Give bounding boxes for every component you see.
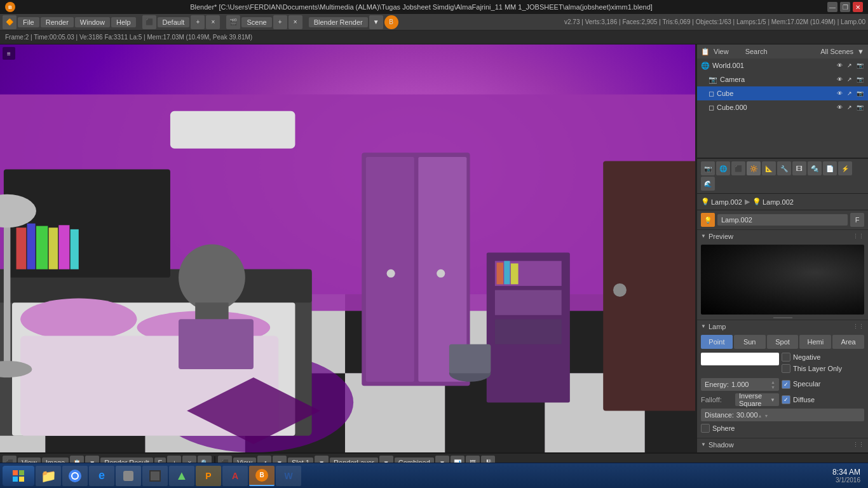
- prop-icon-modifiers[interactable]: 🔧: [777, 161, 791, 175]
- prop-icon-material[interactable]: 🔩: [808, 161, 822, 175]
- viewport-scene: [0, 44, 695, 452]
- taskbar-app5[interactable]: [142, 466, 168, 486]
- taskbar-ie[interactable]: e: [89, 466, 114, 486]
- taskbar-triangle-app[interactable]: ▲: [169, 466, 194, 486]
- prop-icon-particles[interactable]: ⚡: [838, 161, 852, 175]
- start-button[interactable]: [3, 466, 34, 486]
- outliner-all-scenes: All Scenes: [820, 48, 853, 55]
- workspace-add[interactable]: +: [191, 15, 205, 29]
- svg-rect-54: [449, 344, 491, 374]
- distance-down-arrow[interactable]: ▼: [764, 414, 769, 418]
- camera-render-icon[interactable]: 📷: [855, 75, 864, 84]
- taskbar-git[interactable]: [116, 466, 141, 486]
- lamp-type-hemi[interactable]: Hemi: [799, 335, 831, 349]
- name-field-f[interactable]: F: [850, 213, 864, 227]
- lamp-section-header[interactable]: ▼ Lamp ⋮⋮: [697, 320, 868, 332]
- engine-arrow[interactable]: ▼: [369, 15, 383, 29]
- viewport-menu-icon[interactable]: ≡: [3, 47, 15, 60]
- menu-file[interactable]: File: [18, 17, 39, 27]
- outliner-scenes-arrow[interactable]: ▼: [857, 48, 864, 55]
- svg-rect-60: [19, 477, 24, 482]
- object-name-field[interactable]: [717, 214, 848, 226]
- preview-section-header[interactable]: ▼ Preview ⋮⋮: [697, 229, 868, 242]
- svg-rect-40: [366, 157, 414, 382]
- scene-close[interactable]: ×: [288, 15, 302, 29]
- prop-icon-texture[interactable]: 📄: [823, 161, 837, 175]
- viewport-controls: ≡: [3, 47, 15, 60]
- cube-visible-icon[interactable]: 👁: [835, 89, 844, 98]
- svg-rect-58: [19, 470, 24, 475]
- outliner-item-cube000[interactable]: ◻ Cube.000 👁 ↗ 📷: [697, 100, 868, 114]
- prop-icon-scene[interactable]: 🌐: [716, 161, 730, 175]
- cube000-render-icon[interactable]: 📷: [855, 103, 864, 112]
- prop-icon-constraints[interactable]: 📐: [762, 161, 776, 175]
- prop-icon-data[interactable]: 🎞: [792, 161, 806, 175]
- breadcrumb-lamp-2: Lamp.002: [763, 198, 794, 206]
- energy-field[interactable]: Energy: 1.000 ▲ ▼: [701, 378, 779, 391]
- menu-help[interactable]: Help: [111, 17, 136, 27]
- camera-select-icon[interactable]: ↗: [845, 75, 854, 84]
- taskbar-pdf[interactable]: A: [222, 466, 248, 486]
- outliner-item-camera[interactable]: 📷 Camera 👁 ↗ 📷: [697, 72, 868, 86]
- svg-rect-28: [27, 224, 36, 269]
- breadcrumb-item-1: 💡 Lamp.002: [701, 198, 742, 206]
- scene-add[interactable]: +: [273, 15, 287, 29]
- world-select-icon[interactable]: ↗: [845, 61, 854, 70]
- taskbar-powerpoint[interactable]: P: [196, 466, 221, 486]
- engine-selector-wrap[interactable]: Blender Render: [309, 17, 368, 27]
- engine-selector[interactable]: Blender Render: [309, 17, 368, 27]
- world-visible-icon[interactable]: 👁: [835, 61, 844, 70]
- viewport[interactable]: ≡: [0, 44, 696, 452]
- taskbar-chrome[interactable]: [62, 466, 88, 486]
- outliner-item-world[interactable]: 🌐 World.001 👁 ↗ 📷: [697, 58, 868, 72]
- shadow-section-header[interactable]: ▼ Shadow ⋮⋮: [697, 438, 868, 451]
- negative-checkbox[interactable]: [782, 353, 790, 362]
- cube-render-icon[interactable]: 📷: [855, 89, 864, 98]
- svg-rect-30: [49, 227, 58, 269]
- workspace-close[interactable]: ×: [206, 15, 220, 29]
- prop-icon-physics[interactable]: 🌊: [701, 177, 715, 191]
- specular-check-icon: ✓: [783, 381, 789, 388]
- close-button[interactable]: ✕: [853, 2, 863, 12]
- prop-icon-object[interactable]: 🔆: [747, 161, 761, 175]
- minimize-button[interactable]: —: [827, 2, 837, 12]
- lamp-type-spot[interactable]: Spot: [767, 335, 799, 349]
- world-render-icon[interactable]: 📷: [855, 61, 864, 70]
- prop-icon-world[interactable]: ⬛: [731, 161, 745, 175]
- menu-render[interactable]: Render: [41, 17, 74, 27]
- lamp-type-sun[interactable]: Sun: [734, 335, 766, 349]
- workspace-selector[interactable]: Default: [158, 17, 190, 27]
- energy-down-arrow[interactable]: ▼: [771, 385, 775, 390]
- distance-field[interactable]: Distance: 30.000 ▲ ▼: [701, 409, 864, 421]
- maximize-button[interactable]: ❐: [840, 2, 850, 12]
- energy-up-arrow[interactable]: ▲: [771, 380, 775, 384]
- lamp-options[interactable]: ⋮⋮: [853, 323, 864, 330]
- this-layer-only-checkbox[interactable]: [782, 364, 790, 373]
- scene-selector[interactable]: Scene: [241, 17, 271, 27]
- diffuse-check-icon: ✓: [783, 396, 789, 403]
- name-icon: 💡: [701, 213, 715, 227]
- cube000-visible-icon[interactable]: 👁: [835, 103, 844, 112]
- lamp-color-field[interactable]: [701, 353, 779, 365]
- taskbar-word[interactable]: W: [276, 466, 301, 486]
- taskbar-blender[interactable]: B: [249, 466, 275, 486]
- lamp-type-point[interactable]: Point: [701, 335, 733, 349]
- preview-options[interactable]: ⋮⋮: [853, 233, 864, 240]
- lamp-type-area[interactable]: Area: [832, 335, 864, 349]
- outliner-item-cube[interactable]: ◻ Cube 👁 ↗ 📷: [697, 86, 868, 100]
- taskbar-file-explorer[interactable]: 📁: [36, 466, 61, 486]
- blender-icon[interactable]: 🔶: [3, 15, 17, 29]
- shadow-options[interactable]: ⋮⋮: [853, 442, 864, 448]
- workspace-icon[interactable]: ⬛: [142, 15, 156, 29]
- cube000-select-icon[interactable]: ↗: [845, 103, 854, 112]
- sphere-checkbox[interactable]: [701, 424, 710, 433]
- camera-visible-icon[interactable]: 👁: [835, 75, 844, 84]
- cube-select-icon[interactable]: ↗: [845, 89, 854, 98]
- prop-icon-render[interactable]: 📷: [701, 161, 715, 175]
- falloff-dropdown[interactable]: Inverse Square ▼: [735, 393, 779, 406]
- scene-icon[interactable]: 🎬: [226, 15, 240, 29]
- distance-up-arrow[interactable]: ▲: [758, 414, 763, 418]
- specular-checkbox[interactable]: ✓: [782, 380, 790, 389]
- diffuse-checkbox[interactable]: ✓: [782, 395, 790, 404]
- menu-window[interactable]: Window: [75, 17, 110, 27]
